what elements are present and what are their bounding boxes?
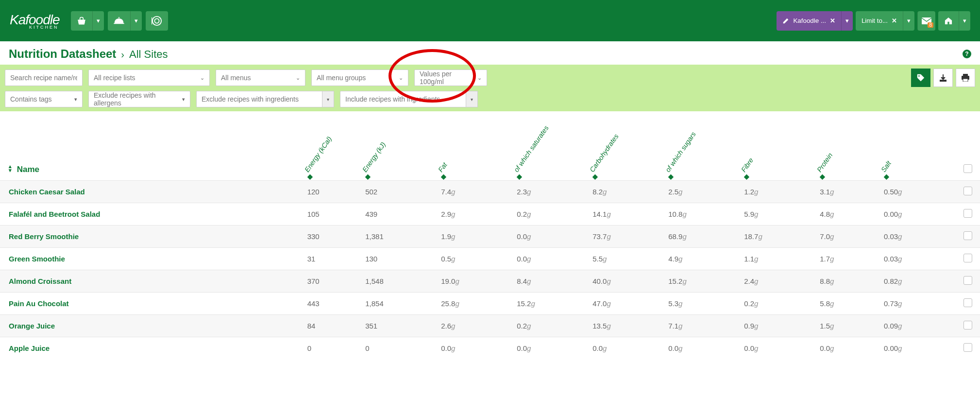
recipe-name-cell[interactable]: Falafél and Beetroot Salad [0,203,304,225]
download-button[interactable] [933,69,953,87]
row-checkbox[interactable] [963,343,972,352]
exclude-allergens-select[interactable]: Exclude recipes with allergens ▾ [88,91,190,107]
tag-action-button[interactable] [911,69,930,87]
diamond-icon: ◆ [744,173,749,177]
value-cell: 0.2g [740,292,816,314]
diamond-icon: ◆ [820,173,825,177]
svg-point-2 [154,18,159,23]
table-row: Chicken Caesar Salad1205027.4g2.3g8.2g2.… [0,180,980,203]
col-label: Protein [815,151,834,173]
value-cell: 502 [361,180,437,203]
cloche-dropdown[interactable]: ▾ [130,11,142,31]
basket-button[interactable] [71,11,92,31]
plate-button[interactable] [146,11,168,31]
close-icon: ✕ [892,17,897,24]
value-cell: 2.9g [437,203,513,225]
select-label: All recipe lists [94,74,135,82]
include-ingredients-select[interactable]: Include recipes with ingredients [340,91,466,107]
value-cell: 14.1g [589,203,664,225]
value-cell: 439 [361,203,437,225]
chevron-down-icon: ⌄ [200,75,204,81]
value-cell: 0.03g [880,247,956,270]
limit-dropdown[interactable]: ▾ [903,11,914,31]
exclude-ingredients-select[interactable]: Exclude recipes with ingredients [196,91,322,107]
row-checkbox[interactable] [963,276,972,285]
value-cell: 0.2g [513,314,589,337]
select-all-checkbox[interactable] [963,164,972,173]
home-icon [944,17,953,25]
row-select-cell [956,337,980,359]
recipe-name-cell[interactable]: Orange Juice [0,314,304,337]
menu-groups-select[interactable]: All menu groups ⌄ [311,69,408,86]
col-carbs[interactable]: Carbohydrates◆ [589,117,664,180]
help-icon[interactable]: ? [963,50,971,58]
menus-select[interactable]: All menus ⌄ [216,69,305,86]
value-cell: 8.4g [513,270,589,292]
breadcrumb-sub[interactable]: All Sites [129,48,168,61]
header-right: Kafoodle ... ✕ ▾ Limit to... ✕ ▾ 8 [777,11,970,31]
recipe-name-cell[interactable]: Apple Juice [0,337,304,359]
row-checkbox[interactable] [963,187,972,195]
recipe-name-cell[interactable]: Red Berry Smoothie [0,225,304,247]
row-checkbox[interactable] [963,209,972,218]
col-energy-kcal[interactable]: Energy (kCal)◆ [304,117,362,180]
basket-dropdown[interactable]: ▾ [92,11,104,31]
include-ingredients-dropdown[interactable]: ▾ [466,91,478,107]
value-cell: 370 [304,270,362,292]
value-cell: 1,381 [361,225,437,247]
contains-tags-select[interactable]: Contains tags ▾ [5,91,83,107]
col-saturates[interactable]: of which saturates◆ [513,117,589,180]
select-label: Exclude recipes with ingredients [202,95,299,103]
include-ingredients-combo: Include recipes with ingredients ▾ [340,91,478,107]
home-dropdown[interactable]: ▾ [959,11,970,31]
col-label: Energy (kCal) [303,135,333,173]
header-left: Kafoodle KITCHEN ▾ ▾ [10,11,168,31]
mail-button[interactable]: 8 [917,11,935,31]
page-title[interactable]: Nutrition Datasheet [9,47,116,61]
account-button[interactable]: Kafoodle ... ✕ [777,11,841,31]
row-checkbox[interactable] [963,321,972,329]
value-cell: 8.8g [816,270,880,292]
recipe-name-cell[interactable]: Chicken Caesar Salad [0,180,304,203]
values-per-select[interactable]: Values per 100g/ml ⌄ [414,69,487,86]
value-cell: 25.8g [437,292,513,314]
value-cell: 1.5g [816,314,880,337]
value-cell: 0.82g [880,270,956,292]
col-fat[interactable]: Fat◆ [437,117,513,180]
cloche-button[interactable] [108,11,130,31]
row-checkbox[interactable] [963,298,972,307]
chevron-down-icon: ⌄ [296,75,300,81]
row-checkbox[interactable] [963,254,972,262]
col-energy-kj[interactable]: Energy (kJ)◆ [361,117,437,180]
home-button[interactable] [938,11,959,31]
logo[interactable]: Kafoodle KITCHEN [10,12,60,30]
search-input[interactable] [5,69,83,86]
recipe-name-cell[interactable]: Green Smoothie [0,247,304,270]
value-cell: 13.5g [589,314,664,337]
col-protein[interactable]: Protein◆ [816,117,880,180]
value-cell: 1.2g [740,180,816,203]
account-label: Kafoodle ... [793,17,826,24]
recipe-name-cell[interactable]: Pain Au Chocolat [0,292,304,314]
table-row: Green Smoothie311300.5g0.0g5.5g4.9g1.1g1… [0,247,980,270]
recipe-lists-select[interactable]: All recipe lists ⌄ [88,69,210,86]
limit-button[interactable]: Limit to... ✕ [856,11,903,31]
svg-point-1 [152,16,161,25]
select-label: All menus [221,74,251,82]
account-dropdown[interactable]: ▾ [841,11,853,31]
col-name[interactable]: ▴▾ Name [0,117,304,180]
row-checkbox[interactable] [963,231,972,240]
col-fibre[interactable]: Fibre◆ [740,117,816,180]
value-cell: 15.2g [513,292,589,314]
table-row: Almond Croissant3701,54819.0g8.4g40.0g15… [0,270,980,292]
value-cell: 0.9g [740,314,816,337]
value-cell: 1,548 [361,270,437,292]
print-button[interactable] [956,69,975,87]
recipe-name-cell[interactable]: Almond Croissant [0,270,304,292]
col-salt[interactable]: Salt◆ [880,117,956,180]
col-select-all [956,117,980,180]
table-row: Red Berry Smoothie3301,3811.9g0.0g73.7g6… [0,225,980,247]
col-sugars[interactable]: of which sugars◆ [664,117,740,180]
exclude-ingredients-dropdown[interactable]: ▾ [322,91,334,107]
svg-point-5 [918,75,920,77]
